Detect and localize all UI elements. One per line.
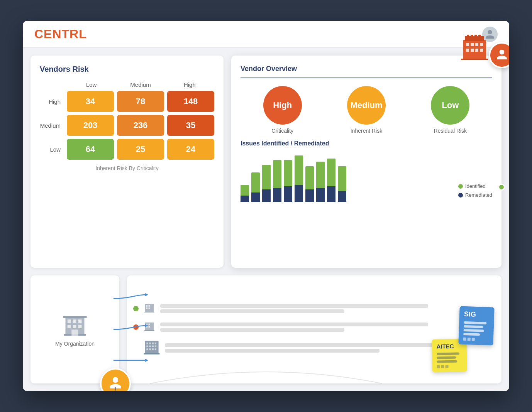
- bar-identified: [295, 155, 303, 185]
- svg-rect-9: [471, 49, 474, 52]
- svg-rect-31: [149, 307, 150, 309]
- circle-high: High: [263, 86, 302, 125]
- svg-rect-23: [78, 325, 82, 328]
- svg-rect-12: [467, 35, 469, 37]
- identified-dot: [458, 184, 463, 189]
- cell-low-high: 24: [167, 139, 214, 160]
- vendor-item-1: [133, 302, 495, 316]
- bar-remediated: [251, 192, 260, 202]
- svg-rect-10: [475, 49, 478, 52]
- circle-criticality-label: Criticality: [271, 128, 293, 134]
- bar-group: [327, 152, 335, 202]
- bar-remediated: [295, 185, 303, 202]
- sig-line-4: [463, 333, 480, 336]
- aitec-lines: [437, 352, 463, 368]
- legend-remediated: Remediated: [458, 192, 492, 198]
- aitec-line-3: [437, 360, 457, 363]
- vendor-building-2: [143, 320, 156, 334]
- vendor-line-2b: [160, 328, 344, 332]
- svg-rect-33: [144, 330, 154, 331]
- bar-identified: [316, 162, 325, 188]
- svg-rect-34: [146, 324, 147, 325]
- circle-inherent: Medium Inherent Risk: [347, 86, 386, 134]
- svg-rect-6: [475, 43, 478, 46]
- person-avatar-bottom: [100, 368, 131, 391]
- aitec-line-1: [437, 353, 459, 355]
- bar-identified: [273, 160, 281, 188]
- bar-identified: [284, 160, 292, 186]
- row-label-high: High: [40, 98, 64, 105]
- col-header-medium: Medium: [116, 81, 165, 88]
- vendor-person-avatar: [489, 42, 509, 68]
- org-panel: My Organization: [30, 275, 119, 383]
- circle-inherent-label: Inherent Risk: [351, 128, 382, 134]
- svg-rect-28: [146, 305, 147, 307]
- svg-rect-47: [155, 346, 156, 347]
- circle-residual: Low Residual Risk: [431, 86, 469, 134]
- bar-remediated: [262, 189, 271, 202]
- svg-point-55: [113, 377, 119, 383]
- vendor-line-3a: [165, 343, 462, 347]
- aitec-squares: [437, 365, 462, 368]
- svg-rect-37: [149, 326, 150, 328]
- bar-identified: [327, 159, 335, 186]
- svg-rect-14: [474, 35, 477, 37]
- bar-remediated: [305, 189, 314, 202]
- remediated-dot: [458, 193, 463, 198]
- remediated-label: Remediated: [465, 192, 492, 198]
- green-dot-side: [498, 184, 505, 191]
- risk-table-subtitle: Inherent Risk By Criticality: [40, 165, 214, 171]
- risk-row-medium: Medium 203 236 35: [40, 115, 214, 136]
- circle-medium: Medium: [347, 86, 386, 125]
- vendors-risk-panel: Vendors Risk Low Medium High High 34 78: [30, 56, 224, 268]
- svg-rect-44: [146, 346, 148, 347]
- vendor-dot-red: [133, 324, 139, 330]
- vendor-overview-panel: Vendor Overview High Criticality Medium …: [231, 56, 502, 268]
- svg-rect-39: [144, 353, 160, 354]
- svg-rect-45: [149, 346, 151, 347]
- svg-rect-20: [78, 319, 82, 323]
- top-row: Vendors Risk Low Medium High High 34 78: [30, 56, 502, 268]
- bar-remediated: [327, 186, 335, 202]
- svg-rect-50: [152, 348, 154, 350]
- org-label: My Organization: [55, 341, 95, 347]
- circle-criticality: High Criticality: [263, 86, 302, 134]
- issues-title: Issues Identified / Remediated: [241, 140, 492, 147]
- circle-low: Low: [431, 86, 469, 125]
- vendor-line-3b: [165, 349, 380, 353]
- aitec-line-2: [437, 356, 456, 359]
- svg-rect-42: [152, 343, 154, 344]
- bar-identified: [338, 166, 346, 191]
- svg-rect-49: [149, 348, 151, 350]
- svg-rect-11: [480, 49, 483, 52]
- chart-legend: Identified Remediated: [458, 183, 492, 202]
- bar-group: [338, 152, 346, 202]
- row-label-medium: Medium: [40, 122, 64, 129]
- bar-remediated: [273, 188, 281, 202]
- legend-identified: Identified: [458, 183, 492, 189]
- bar-group: [241, 152, 249, 202]
- bar-remediated: [284, 186, 292, 202]
- svg-rect-22: [73, 325, 76, 328]
- bar-remediated: [316, 188, 325, 202]
- person-circle-bottom: [100, 368, 131, 391]
- svg-rect-36: [146, 326, 147, 328]
- svg-rect-56: [115, 387, 116, 390]
- vendor-dot-green: [133, 306, 139, 311]
- svg-rect-13: [471, 35, 473, 37]
- bar-group: [316, 152, 325, 202]
- svg-rect-21: [68, 325, 71, 328]
- svg-point-0: [500, 50, 505, 55]
- svg-rect-30: [146, 307, 147, 309]
- sig-badge: SIG: [458, 306, 494, 345]
- risk-row-high: High 34 78 148: [40, 91, 214, 112]
- header: CENTRL: [23, 21, 509, 48]
- main-content: Vendors Risk Low Medium High High 34 78: [23, 48, 509, 391]
- svg-rect-51: [155, 348, 156, 350]
- cell-low-low: 64: [67, 139, 114, 160]
- svg-rect-4: [466, 43, 469, 46]
- svg-rect-18: [68, 319, 71, 323]
- svg-rect-43: [155, 343, 156, 344]
- sig-line-3: [463, 329, 484, 332]
- sig-lines: [463, 321, 490, 341]
